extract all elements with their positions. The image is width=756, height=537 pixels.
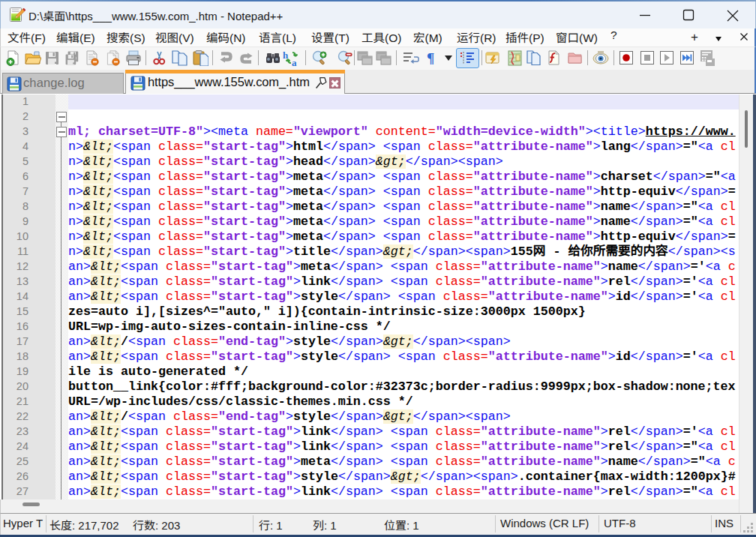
svg-text:a: a	[292, 57, 297, 67]
svg-text:¶: ¶	[427, 50, 434, 66]
